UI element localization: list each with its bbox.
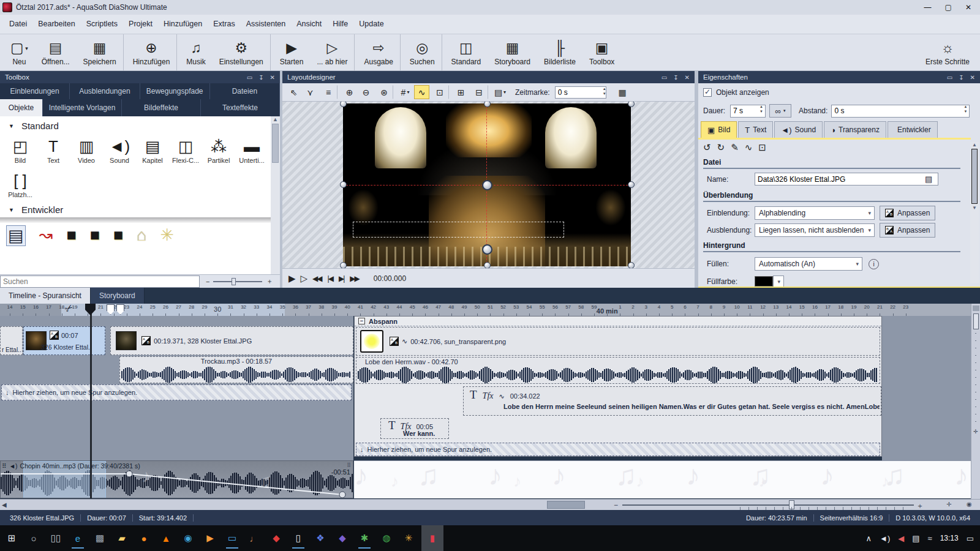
handle-lower-center[interactable] (482, 244, 492, 255)
dev-object-4[interactable]: ■ (89, 225, 99, 246)
toolbox-tab[interactable]: Einblendungen (0, 83, 70, 99)
object-kapitel[interactable]: ▤ Kapitel (136, 136, 169, 164)
tab-texteffekte[interactable]: Texteffekte (201, 99, 280, 116)
pin-icon[interactable]: ↧ (959, 74, 963, 81)
search-icon[interactable]: ○ (24, 528, 43, 549)
tracks-icon[interactable]: ▤ (492, 85, 508, 99)
save-timemark-icon[interactable]: ▦ (615, 85, 630, 99)
fill-color-swatch[interactable] (755, 276, 773, 287)
toolbox-view-button[interactable]: ▣ Toolbox (582, 34, 621, 70)
start-button[interactable]: ⊞ (2, 528, 21, 549)
explorer-icon[interactable]: ▰ (113, 528, 131, 549)
show-object-checkbox[interactable] (703, 88, 712, 97)
minimize-button[interactable]: — (924, 3, 932, 12)
dev-object-2[interactable]: ↝ (39, 225, 53, 246)
menu-item[interactable]: Ansicht (291, 15, 327, 34)
abstand-input[interactable] (831, 105, 970, 118)
tray-keyboard-icon[interactable]: ▤ (912, 534, 919, 543)
rotate-left-icon[interactable]: ↺ (703, 142, 711, 153)
menu-item[interactable]: Extras (208, 15, 240, 34)
restore-icon[interactable]: ▭ (947, 74, 952, 81)
dev-object-3[interactable]: ■ (66, 225, 76, 246)
fuellen-dropdown[interactable]: Automatisch (An) (755, 257, 862, 271)
first-steps-button[interactable]: ☼ Erste Schritte (919, 34, 976, 70)
object-flexi-collage[interactable]: ◫ Flexi-C... (169, 136, 202, 164)
prop-tab-sound[interactable]: ◄) Sound (774, 121, 823, 138)
einblendung-anpassen-button[interactable]: AB Anpassen (880, 206, 935, 220)
taskbar-clock[interactable]: 13:13 (940, 534, 959, 542)
fit-icon[interactable]: ✛ (946, 501, 951, 508)
clip-text-lobe-den-herrn[interactable]: T Tfx ∿ 00:34.022 Lobe den Herrn meine S… (463, 386, 881, 416)
section-standard[interactable]: ▼ Standard (0, 116, 280, 133)
info-icon[interactable]: i (869, 259, 879, 269)
zoom-in-icon[interactable]: ✛ (973, 429, 978, 435)
app-icon-3[interactable]: ◆ (333, 528, 352, 549)
handle-mid-right[interactable] (628, 181, 635, 188)
tab-bildeffekte[interactable]: Bildeffekte (122, 99, 201, 116)
close-button[interactable]: ✕ (965, 3, 971, 12)
zoom-fit-icon[interactable]: ⊛ (375, 85, 393, 99)
dev-object-7[interactable]: ✳ (160, 225, 174, 246)
volume-envelope[interactable] (1, 461, 353, 498)
close-icon[interactable]: ✕ (685, 74, 690, 81)
earth-icon[interactable]: ◉ (179, 528, 197, 549)
new-track-drop-area[interactable]: ↓ Hierher ziehen, um neue Spur anzulegen… (1, 384, 352, 400)
new-button[interactable]: ▢ Neu (4, 34, 35, 70)
diashow-app-icon[interactable]: ▮ (421, 525, 443, 551)
clip-326-kloster-ettal[interactable]: AB 00:07 326 Kloster Ettal.. (23, 326, 105, 355)
tab-storyboard[interactable]: Storyboard (91, 288, 145, 304)
layout-canvas[interactable] (282, 102, 695, 268)
clip-sun-transparent[interactable]: AB ∿ 00:42.706, sun_transparent.png (356, 327, 880, 356)
tray-expand-icon[interactable]: ∧ (866, 534, 872, 543)
tab-intelligente-vorlagen[interactable]: Intelligente Vorlagen (43, 99, 122, 116)
pin-icon[interactable]: ↧ (258, 74, 263, 81)
tray-record-icon[interactable]: ◀ (898, 534, 904, 543)
object-bild[interactable]: ◰ Bild (4, 136, 37, 164)
monitor-icon[interactable]: ▭ (223, 528, 241, 549)
ausblendung-dropdown[interactable]: Liegen lassen, nicht ausblenden (755, 223, 875, 237)
notification-icon[interactable]: ▭ (967, 534, 974, 543)
storyboard-view-button[interactable]: ▦ Storyboard (488, 34, 537, 70)
zoom-in-icon[interactable]: ＋ (266, 277, 273, 286)
motion-path-icon[interactable]: ∿ (745, 142, 753, 153)
maximize-button[interactable]: ▢ (945, 3, 952, 12)
clip-trockau-audio[interactable]: Trockau.mp3 - 00:18.57 (119, 356, 353, 383)
properties-scrollbar[interactable]: ▲▼ (970, 142, 979, 283)
camera-icon[interactable]: ⊡ (758, 142, 766, 153)
toolbox-tab[interactable]: Ausblendungen (70, 83, 140, 99)
scroll-left-icon[interactable]: ◀ (2, 501, 7, 508)
dev-object-1[interactable]: ▤ (6, 225, 26, 246)
play-button[interactable]: ▶ (288, 273, 295, 284)
menu-item[interactable]: Hinzufügen (158, 15, 208, 34)
paint-icon[interactable]: ✳ (399, 528, 418, 549)
list-tool[interactable]: ≡ (319, 85, 337, 99)
zoom-out-icon[interactable]: − (206, 278, 209, 285)
handle-center[interactable] (482, 180, 492, 190)
edit-icon[interactable]: ✎ (731, 142, 739, 153)
new-track-drop-area[interactable]: ↓ Hierher ziehen, um neue Spur anzulegen… (356, 443, 880, 456)
tab-objekte[interactable]: Objekte (0, 99, 43, 116)
start-from-here-button[interactable]: ▷ ... ab hier (310, 34, 355, 70)
clip-text-wer-kann[interactable]: T Tfx 00:05 Wer kann. (380, 418, 449, 439)
dev-object-5[interactable]: ■ (113, 225, 123, 246)
rotate-right-icon[interactable]: ↻ (717, 142, 725, 153)
timeline-ruler[interactable]: 1415161718192021222324252627282930313233… (0, 304, 971, 316)
object-untertitel[interactable]: ▬ Unterti... (235, 136, 268, 164)
link-duration-button[interactable]: ∞ (769, 104, 791, 118)
shield-icon[interactable]: ◆ (267, 528, 285, 549)
menu-item[interactable]: Projekt (123, 15, 158, 34)
start-button[interactable]: ▶ Starten (273, 34, 311, 70)
save-button[interactable]: ▦ Speichern (77, 34, 124, 70)
music-button[interactable]: ♫ Musik (179, 34, 212, 70)
firefox-icon[interactable]: ● (135, 528, 153, 549)
scrollbar-thumb[interactable] (547, 501, 585, 509)
clip-328-kloster-ettal[interactable]: AB 00:19.371, 328 Kloster Ettal.JPG (110, 326, 353, 355)
grid-icon[interactable]: # (398, 85, 413, 99)
object-sound[interactable]: ◄) Sound (103, 136, 136, 164)
prop-tab-transparenz[interactable]: ◑ Transparenz (824, 121, 886, 138)
playhead-line[interactable] (90, 304, 92, 498)
prop-tab-text[interactable]: T Text (738, 121, 773, 138)
zeitmarke-input[interactable] (555, 86, 606, 99)
player-icon[interactable]: ▶ (201, 528, 219, 549)
motion-path-icon[interactable]: ∿ (414, 85, 429, 99)
